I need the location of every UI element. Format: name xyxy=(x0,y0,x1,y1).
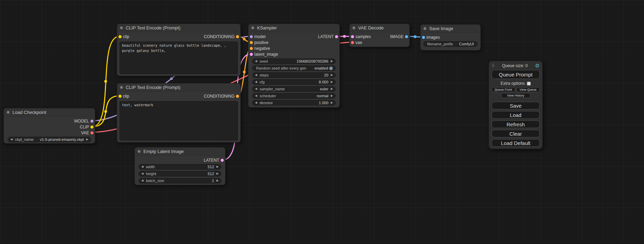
node-save-image[interactable]: Save Image images filename_prefix ComfyU… xyxy=(420,24,481,51)
output-slot-latent[interactable]: LATENT xyxy=(135,157,225,163)
extra-options-checkbox[interactable] xyxy=(527,82,531,85)
clip-input-port[interactable] xyxy=(118,35,122,38)
output-slot-model[interactable]: MODEL xyxy=(4,118,95,124)
output-slot-clip[interactable]: CLIP xyxy=(4,124,95,130)
widget-sampler-name[interactable]: ◀ sampler_name euler ▶ xyxy=(252,86,336,92)
node-load-checkpoint[interactable]: Load Checkpoint MODEL CLIP VAE ◀ ckpt_na… xyxy=(3,108,95,144)
latent-image-input-port[interactable] xyxy=(250,53,253,56)
widget-width[interactable]: ◀ width 512 ▶ xyxy=(139,164,221,170)
negative-input-port[interactable] xyxy=(250,47,253,50)
slot-row-positive[interactable]: positive xyxy=(248,39,339,45)
widget-steps[interactable]: ◀ steps 20 ▶ xyxy=(252,72,336,78)
increment-arrow-icon[interactable]: ▶ xyxy=(331,81,333,83)
slot-row-images[interactable]: images xyxy=(421,34,480,40)
load-button[interactable]: Load xyxy=(492,111,540,119)
slot-row[interactable]: clip CONDITIONING xyxy=(117,93,240,99)
slot-row-model-latent[interactable]: model LATENT xyxy=(248,34,339,39)
widget-batch-size[interactable]: ◀ batch_size 1 ▶ xyxy=(139,178,221,183)
queue-front-button[interactable]: Queue Front xyxy=(492,87,515,92)
model-input-port[interactable] xyxy=(250,35,253,38)
decrement-arrow-icon[interactable]: ◀ xyxy=(255,74,257,76)
increment-arrow-icon[interactable]: ▶ xyxy=(86,138,88,141)
node-titlebar[interactable]: CLIP Text Encode (Prompt) xyxy=(117,24,240,32)
widget-control-after-generate[interactable]: Random seed after every gen enabled xyxy=(252,65,336,71)
settings-gear-icon[interactable]: ⚙ xyxy=(535,63,540,68)
collapse-dot[interactable] xyxy=(251,26,254,29)
node-empty-latent-image[interactable]: Empty Latent Image LATENT ◀ width 512 ▶ … xyxy=(134,147,226,185)
decrement-arrow-icon[interactable]: ◀ xyxy=(141,179,143,182)
samples-input-port[interactable] xyxy=(351,35,354,38)
vae-input-port[interactable] xyxy=(351,41,354,44)
load-default-button[interactable]: Load Default xyxy=(492,139,540,147)
clip-output-port[interactable] xyxy=(90,125,94,128)
image-output-port[interactable] xyxy=(405,35,408,38)
slot-row-vae[interactable]: vae xyxy=(350,39,409,45)
slot-row-latent-image[interactable]: latent_image xyxy=(248,51,339,57)
queue-prompt-button[interactable]: Queue Prompt xyxy=(492,70,540,79)
decrement-arrow-icon[interactable]: ◀ xyxy=(255,94,257,97)
clip-input-port[interactable] xyxy=(118,94,122,98)
decrement-arrow-icon[interactable]: ◀ xyxy=(255,101,257,104)
increment-arrow-icon[interactable]: ▶ xyxy=(217,179,219,182)
widget-denoise[interactable]: ◀ denoise 1.000 ▶ xyxy=(252,100,336,106)
conditioning-output-port[interactable] xyxy=(236,35,239,38)
increment-arrow-icon[interactable]: ▶ xyxy=(331,88,333,90)
node-titlebar[interactable]: KSampler xyxy=(248,24,339,32)
increment-arrow-icon[interactable]: ▶ xyxy=(331,60,333,63)
node-titlebar[interactable]: Empty Latent Image xyxy=(135,147,225,156)
widget-scheduler[interactable]: ◀ scheduler normal ▶ xyxy=(252,93,336,99)
node-titlebar[interactable]: CLIP Text Encode (Prompt) xyxy=(117,83,240,92)
conditioning-output-port[interactable] xyxy=(236,94,239,98)
clear-button[interactable]: Clear xyxy=(492,130,540,137)
widget-seed[interactable]: ◀ seed 156680208700286 ▶ xyxy=(252,58,336,64)
slot-row-negative[interactable]: negative xyxy=(248,45,339,51)
positive-prompt-textarea[interactable]: beautiful scenery nature glass bottle la… xyxy=(120,42,238,74)
positive-input-port[interactable] xyxy=(250,41,253,44)
latent-output-port[interactable] xyxy=(221,159,224,162)
output-slot-vae[interactable]: VAE xyxy=(4,130,95,136)
decrement-arrow-icon[interactable]: ◀ xyxy=(255,60,257,63)
latent-output-port[interactable] xyxy=(335,35,338,38)
node-titlebar[interactable]: Save Image xyxy=(421,25,480,33)
slot-row[interactable]: clip CONDITIONING xyxy=(117,34,240,39)
widget-ckpt-name[interactable]: ◀ ckpt_name v1-5-pruned-emaonly.ckpt ▶ xyxy=(8,137,91,142)
collapse-dot[interactable] xyxy=(138,150,141,153)
node-ksampler[interactable]: KSampler model LATENT positive negative … xyxy=(248,24,340,108)
node-titlebar[interactable]: VAE Decode xyxy=(350,24,409,32)
collapse-dot[interactable] xyxy=(352,26,355,29)
widget-height[interactable]: ◀ height 512 ▶ xyxy=(139,171,221,177)
increment-arrow-icon[interactable]: ▶ xyxy=(331,101,333,104)
vae-output-port[interactable] xyxy=(90,131,94,134)
node-titlebar[interactable]: Load Checkpoint xyxy=(4,108,95,117)
view-history-button[interactable]: View History xyxy=(501,93,530,98)
node-clip-text-encode-negative[interactable]: CLIP Text Encode (Prompt) clip CONDITION… xyxy=(117,83,241,143)
widget-cfg[interactable]: ◀ cfg 8.000 ▶ xyxy=(252,79,336,85)
view-queue-button[interactable]: View Queue xyxy=(517,87,540,92)
decrement-arrow-icon[interactable]: ◀ xyxy=(141,172,143,175)
increment-arrow-icon[interactable]: ▶ xyxy=(217,165,219,168)
decrement-arrow-icon[interactable]: ◀ xyxy=(255,88,257,90)
decrement-arrow-icon[interactable]: ◀ xyxy=(255,81,257,83)
negative-prompt-textarea[interactable]: text, watermark xyxy=(120,101,238,141)
node-clip-text-encode-positive[interactable]: CLIP Text Encode (Prompt) clip CONDITION… xyxy=(117,24,241,76)
slot-row-samples-image[interactable]: samples IMAGE xyxy=(350,34,409,39)
collapse-dot[interactable] xyxy=(120,26,123,29)
increment-arrow-icon[interactable]: ▶ xyxy=(331,74,333,76)
node-vae-decode[interactable]: VAE Decode samples IMAGE vae xyxy=(349,24,410,47)
images-input-port[interactable] xyxy=(422,36,425,39)
decrement-arrow-icon[interactable]: ◀ xyxy=(10,138,12,141)
widget-filename-prefix[interactable]: filename_prefix ComfyUI xyxy=(423,41,478,47)
model-output-port[interactable] xyxy=(90,119,94,123)
collapse-dot[interactable] xyxy=(423,27,426,30)
widget-value: v1-5-pruned-emaonly.ckpt xyxy=(40,137,84,142)
node-graph-canvas[interactable]: Load Checkpoint MODEL CLIP VAE ◀ ckpt_na… xyxy=(0,0,644,244)
increment-arrow-icon[interactable]: ▶ xyxy=(331,94,333,97)
decrement-arrow-icon[interactable]: ◀ xyxy=(141,165,143,168)
collapse-dot[interactable] xyxy=(120,86,123,89)
save-button[interactable]: Save xyxy=(492,102,540,109)
refresh-button[interactable]: Refresh xyxy=(492,120,540,128)
drag-handle-icon[interactable]: ⠿ xyxy=(492,63,495,68)
toggle-indicator[interactable] xyxy=(329,66,333,70)
increment-arrow-icon[interactable]: ▶ xyxy=(217,172,219,175)
collapse-dot[interactable] xyxy=(7,111,10,114)
